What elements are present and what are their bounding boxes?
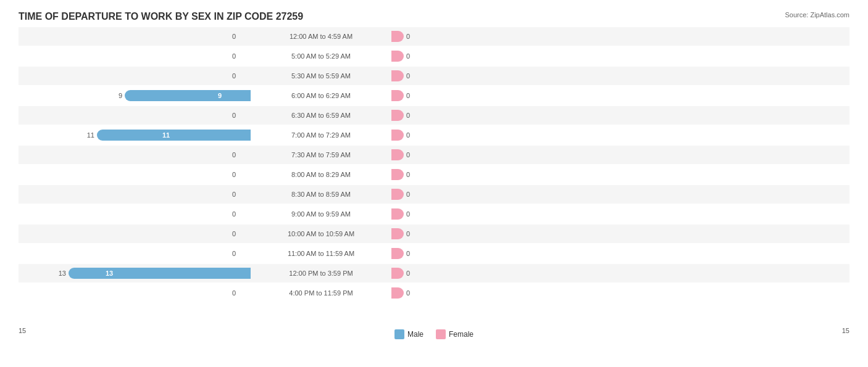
female-value: 0 [406, 210, 410, 218]
time-label: 8:30 AM to 8:59 AM [253, 191, 389, 198]
female-bar [391, 90, 404, 101]
left-bar-container: 0 [19, 228, 253, 239]
legend-male-box [394, 329, 404, 339]
male-bar [238, 228, 251, 239]
right-bar-container: 0 [389, 208, 849, 220]
chart-row: 0 5:00 AM to 5:29 AM 0 [19, 47, 849, 65]
male-bar [238, 189, 251, 200]
male-value: 0 [223, 230, 236, 237]
left-bar-container: 9 9 [19, 90, 253, 101]
chart-row: 0 5:30 AM to 5:59 AM 0 [19, 67, 849, 85]
female-value: 0 [406, 151, 410, 159]
female-value: 0 [406, 171, 410, 178]
male-value: 0 [223, 72, 236, 80]
female-value: 0 [406, 131, 410, 139]
right-bar-container: 0 [389, 149, 849, 160]
female-value: 0 [406, 230, 410, 237]
chart-area: 0 12:00 AM to 4:59 AM 0 0 5:00 AM to 5:2… [19, 27, 849, 323]
chart-row: 0 12:00 AM to 4:59 AM 0 [19, 27, 849, 46]
axis-bottom: 15 Male Female 15 [19, 327, 849, 339]
source-label: Source: ZipAtlas.com [785, 11, 849, 19]
right-bar-container: 0 [389, 287, 849, 299]
left-bar-container: 0 [19, 287, 253, 299]
time-label: 6:30 AM to 6:59 AM [253, 112, 389, 119]
left-bar-container: 0 [19, 169, 253, 180]
right-bar-container: 0 [389, 268, 849, 279]
male-value: 0 [223, 191, 236, 198]
time-label: 12:00 AM to 4:59 AM [253, 33, 389, 40]
male-value: 0 [223, 210, 236, 218]
time-label: 7:00 AM to 7:29 AM [253, 131, 389, 139]
female-bar [391, 189, 404, 200]
right-bar-container: 0 [389, 51, 849, 62]
chart-row: 11 11 7:00 AM to 7:29 AM 0 [19, 126, 849, 144]
male-bar: 11 [97, 130, 251, 141]
female-value: 0 [406, 270, 410, 277]
female-bar [391, 149, 404, 160]
right-bar-container: 0 [389, 189, 849, 200]
axis-left-label: 15 [19, 327, 26, 339]
right-bar-container: 0 [389, 31, 849, 42]
left-bar-container: 0 [19, 31, 253, 42]
male-bar [238, 208, 251, 220]
left-bar-container: 0 [19, 189, 253, 200]
chart-container: TIME OF DEPARTURE TO WORK BY SEX IN ZIP … [0, 0, 868, 367]
chart-row: 9 9 6:00 AM to 6:29 AM 0 [19, 86, 849, 105]
male-value: 13 [54, 270, 66, 277]
chart-row: 0 10:00 AM to 10:59 AM 0 [19, 225, 849, 243]
male-value: 0 [223, 33, 236, 40]
female-bar [391, 31, 404, 42]
axis-right-label: 15 [842, 327, 849, 339]
chart-row: 13 13 12:00 PM to 3:59 PM 0 [19, 264, 849, 282]
right-bar-container: 0 [389, 228, 849, 239]
female-bar [391, 248, 404, 259]
time-label: 10:00 AM to 10:59 AM [253, 230, 389, 237]
right-bar-container: 0 [389, 248, 849, 259]
left-bar-container: 0 [19, 248, 253, 259]
female-value: 0 [406, 250, 410, 257]
male-value: 0 [223, 289, 236, 297]
chart-row: 0 7:30 AM to 7:59 AM 0 [19, 146, 849, 164]
chart-row: 0 6:30 AM to 6:59 AM 0 [19, 106, 849, 125]
female-value: 0 [406, 191, 410, 198]
left-bar-container: 0 [19, 149, 253, 160]
legend: Male Female [394, 329, 474, 339]
female-bar [391, 208, 404, 220]
male-value: 0 [223, 171, 236, 178]
female-bar [391, 268, 404, 279]
right-bar-container: 0 [389, 90, 849, 101]
female-value: 0 [406, 52, 410, 60]
female-value: 0 [406, 92, 410, 99]
male-bar [238, 110, 251, 121]
right-bar-container: 0 [389, 70, 849, 81]
female-value: 0 [406, 289, 410, 297]
male-bar: 13 [69, 268, 251, 279]
female-bar [391, 110, 404, 121]
female-bar [391, 228, 404, 239]
time-label: 12:00 PM to 3:59 PM [253, 270, 389, 277]
right-bar-container: 0 [389, 169, 849, 180]
chart-row: 0 4:00 PM to 11:59 PM 0 [19, 284, 849, 302]
female-bar [391, 169, 404, 180]
male-bar [238, 51, 251, 62]
female-bar [391, 287, 404, 299]
left-bar-container: 13 13 [19, 268, 253, 279]
male-value: 9 [110, 92, 122, 99]
time-label: 9:00 AM to 9:59 AM [253, 210, 389, 218]
male-value: 11 [82, 131, 94, 139]
male-value: 0 [223, 151, 236, 159]
male-value: 0 [223, 112, 236, 119]
right-bar-container: 0 [389, 130, 849, 141]
female-value: 0 [406, 112, 410, 119]
female-bar [391, 70, 404, 81]
time-label: 7:30 AM to 7:59 AM [253, 151, 389, 159]
chart-row: 0 8:30 AM to 8:59 AM 0 [19, 185, 849, 204]
chart-title: TIME OF DEPARTURE TO WORK BY SEX IN ZIP … [19, 11, 849, 22]
chart-row: 0 9:00 AM to 9:59 AM 0 [19, 205, 849, 223]
time-label: 4:00 PM to 11:59 PM [253, 289, 389, 297]
time-label: 5:00 AM to 5:29 AM [253, 52, 389, 60]
female-bar [391, 51, 404, 62]
right-bar-container: 0 [389, 110, 849, 121]
left-bar-container: 11 11 [19, 130, 253, 141]
legend-female-label: Female [449, 330, 474, 339]
